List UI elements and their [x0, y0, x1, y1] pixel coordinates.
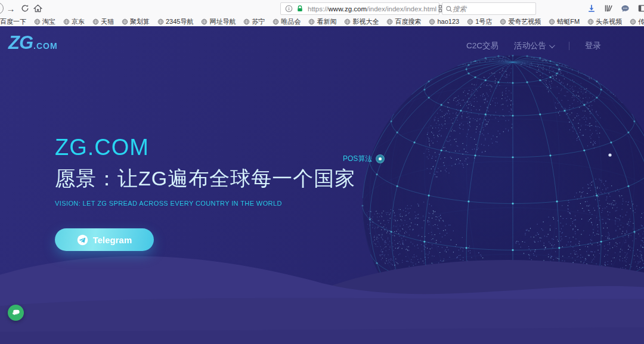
bookmark-item[interactable]: 网址导航 [201, 17, 236, 26]
globe-favicon-icon [92, 18, 99, 25]
chevron-down-icon [549, 42, 555, 48]
bookmark-item[interactable]: hao123 [429, 18, 459, 25]
telegram-button[interactable]: Telegram [55, 228, 154, 251]
bookmark-list: 淘宝 京东 天猫 聚划算 234 [34, 17, 644, 26]
forward-button[interactable]: → [5, 0, 17, 17]
bookmark-item[interactable]: 爱奇艺视频 [500, 17, 541, 26]
bookmark-label: 淘宝 [42, 17, 55, 26]
nav-label: C2C交易 [466, 41, 499, 51]
downloads-icon[interactable] [587, 4, 596, 13]
globe-favicon-icon [243, 18, 250, 25]
bookmark-item[interactable]: 2345导航 [157, 17, 193, 26]
bookmark-label: 百度搜索 [395, 17, 421, 26]
back-button[interactable] [0, 0, 5, 17]
bookmark-label: 聚划算 [130, 17, 150, 26]
globe-favicon-icon [549, 18, 555, 25]
bookmarks-bar: 百度一下 淘宝 京东 天猫 [0, 17, 644, 26]
globe-favicon-icon [63, 18, 70, 25]
bookmark-label: 爱奇艺视频 [508, 17, 541, 26]
globe-favicon-icon [344, 18, 351, 25]
bookmark-item[interactable]: 看新闻 [308, 17, 336, 26]
nav-label: 活动公告 [514, 41, 546, 51]
bookmark-label: 看新闻 [317, 17, 336, 26]
hero-title: ZG.COM [55, 135, 355, 160]
nav-c2c-trade[interactable]: C2C交易 [466, 41, 499, 51]
bookmark-item[interactable]: 1号店 [467, 17, 492, 26]
site-logo[interactable]: ZG.COM [8, 32, 58, 54]
globe-favicon-icon [273, 18, 279, 25]
globe-favicon-icon [467, 18, 473, 25]
globe-favicon-icon [429, 18, 435, 25]
bookmark-label: 天猫 [101, 17, 114, 26]
telegram-icon [77, 234, 88, 246]
bookmark-label: 2345导航 [166, 17, 193, 26]
search-box[interactable] [442, 2, 536, 15]
bookmark-label: 1号店 [475, 17, 492, 26]
bookmark-label: 苏宁 [252, 17, 265, 26]
bookmark-label: 传奇游戏 [638, 17, 644, 26]
home-button[interactable] [31, 0, 44, 17]
navigation-toolbar: → https://www.zg.com/index/index/index.h… [0, 0, 644, 17]
logo-zg: ZG [8, 32, 33, 54]
logo-com: .COM [33, 41, 58, 51]
bookmark-item[interactable]: 百度搜索 [386, 17, 421, 26]
bookmark-label: 唯品会 [281, 17, 301, 26]
globe-favicon-icon [201, 18, 208, 25]
reload-icon [21, 4, 29, 13]
library-icon[interactable] [604, 4, 612, 13]
page-content: ZG.COM C2C交易 活动公告 登录 ZG.COM 愿景：让ZG遍布全球每一… [0, 26, 644, 344]
search-icon [445, 5, 453, 13]
bookmark-item[interactable]: 蜻蜓FM [549, 17, 580, 26]
globe-favicon-icon [308, 18, 315, 25]
globe-favicon-icon [630, 18, 636, 25]
bookmark-item[interactable]: 唯品会 [273, 17, 301, 26]
bookmark-item[interactable]: 淘宝 [34, 17, 55, 26]
url-bar[interactable]: https://www.zg.com/index/index/index.htm… [280, 2, 439, 15]
nav-login[interactable]: 登录 [585, 41, 601, 51]
bookmark-label: hao123 [437, 18, 459, 25]
site-info-icon[interactable] [285, 5, 293, 13]
url-scheme: https:// [308, 5, 329, 13]
bookmark-label: 网址导航 [209, 17, 236, 26]
url-domain: www.zg.com [329, 5, 367, 13]
url-text[interactable]: https://www.zg.com/index/index/index.htm… [308, 5, 436, 13]
bookmark-item[interactable]: 百度一下 [0, 17, 26, 26]
bookmark-label: 影视大全 [352, 17, 379, 26]
chat-support-button[interactable] [8, 305, 24, 321]
hero-vision-text: VISION: LET ZG SPREAD ACROSS EVERY COUNT… [55, 200, 355, 207]
bookmark-item[interactable]: 京东 [63, 17, 85, 26]
home-icon [33, 4, 42, 13]
site-header: ZG.COM C2C交易 活动公告 登录 [0, 26, 644, 60]
url-path: /index/index/index.html [367, 5, 436, 13]
bookmark-item[interactable]: 头条视频 [587, 17, 622, 26]
bookmark-item[interactable]: 苏宁 [243, 17, 265, 26]
https-lock-icon[interactable] [296, 5, 304, 13]
globe-favicon-icon [386, 18, 393, 25]
hero-section: ZG.COM 愿景：让ZG遍布全球每一个国家 VISION: LET ZG SP… [55, 135, 355, 251]
site-nav: C2C交易 活动公告 登录 [466, 41, 601, 51]
bookmark-item[interactable]: 影视大全 [344, 17, 379, 26]
bookmark-item[interactable]: 传奇游戏 [630, 17, 644, 26]
globe-favicon-icon [157, 18, 164, 25]
chat-bubbles-icon [11, 308, 21, 318]
messenger-icon[interactable] [621, 4, 630, 13]
map-marker-icon [376, 154, 385, 163]
hero-subtitle: 愿景：让ZG遍布全球每一个国家 [55, 165, 355, 193]
reload-button[interactable] [19, 0, 31, 17]
globe-favicon-icon [500, 18, 506, 25]
nav-announcements[interactable]: 活动公告 [514, 41, 553, 51]
nav-divider [569, 42, 569, 50]
browser-chrome: → https://www.zg.com/index/index/index.h… [0, 0, 644, 26]
nav-label: 登录 [585, 41, 601, 51]
bookmark-item[interactable]: 聚划算 [122, 17, 150, 26]
bookmark-item[interactable]: 天猫 [92, 17, 114, 26]
bookmark-label: 头条视频 [596, 17, 622, 26]
forward-icon: → [7, 4, 16, 14]
bookmark-label: 百度一下 [0, 17, 26, 26]
sidebar-icon[interactable] [638, 4, 644, 13]
search-input[interactable] [453, 5, 518, 13]
globe-favicon-icon [587, 18, 594, 25]
globe-favicon-icon [34, 18, 41, 25]
bookmark-label: 蜻蜓FM [557, 17, 580, 26]
background-waves [0, 237, 644, 344]
